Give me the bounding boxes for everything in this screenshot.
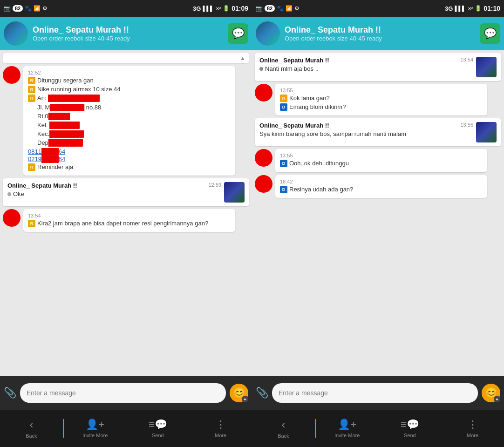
status-bar-right-left-icons: 📷 82 🐾 📶 ⚙ [256,5,300,12]
msg1-time: 12:52 [28,70,41,75]
send-label-left: Send [152,433,164,438]
dot-rmsg1 [259,67,263,71]
more-icon-left: ⋮ [216,419,226,431]
msg3-header: 13:54 [28,213,231,218]
bbm-r-icon-4: R [28,163,35,171]
rmsg2-header: 13:55 [280,88,483,93]
chat-header-right[interactable]: Online_ Sepatu Murah !! Open order reebo… [252,17,504,50]
rmsg1-content: Online_ Sepatu Murah !! 13:54 Nanti mlm … [259,57,473,73]
redacted-avatar-r5 [255,175,272,193]
emoji-btn-right[interactable]: 😊 + [482,384,500,402]
rmsg2-text1: Kok lama gan? [289,94,330,102]
notification-badge-left: 82 [13,5,23,12]
bubble-rmsg2: 13:55 R Kok lama gan? D Emang blom dikir… [275,84,487,115]
status-bar-left: 📷 82 🐾 📶 ⚙ 3G ▌▌▌ ✕² 🔋 01:09 [0,0,252,17]
invite-label-right: Invite More [334,433,360,438]
status-bar-right-right-icons: 3G ▌▌▌ ✕² 🔋 01:10 [445,5,500,12]
attach-icon-left[interactable]: 📎 [4,387,16,399]
invite-icon-left: 👤+ [86,419,104,431]
back-label-left: Back [26,433,37,439]
rmsg3-content: Online_ Sepatu Murah !! 13:55 Sya kirim … [259,122,473,138]
bbm-r-icon-r1: R [280,95,287,102]
msg2-wrapper: Online_ Sepatu Murah !! 12:59 Oke [7,182,245,203]
more-icon-right: ⋮ [468,419,478,431]
rmsg5-text1: Resinya udah ada gan? [289,185,353,194]
signal-bars-right: ▌▌▌ [455,6,465,11]
screenshot-icon: 📷 [4,5,11,12]
signal-bars-left: ▌▌▌ [203,6,213,11]
rmsg3-header: Online_ Sepatu Murah !! 13:55 [259,122,473,129]
send-icon-right: ≡💬 [401,419,419,431]
rmsg4-text1: Ooh..ok deh..ditunggu [289,159,349,168]
msg1-line9: 0811████64 [28,148,231,155]
header-name-right: Online_ Sepatu Murah !! [285,25,475,35]
message-input-right[interactable] [272,383,478,403]
send-label-right: Send [404,433,416,438]
message-rmsg5: 18:42 D Resinya udah ada gan? [255,175,501,198]
redacted-avatar-1 [3,66,20,84]
msg1-phone1: 0811████64 [28,148,65,155]
rmsg5-time: 18:42 [280,179,293,184]
msg1-line2: R Nike running airmax 10 size 44 [28,85,231,94]
bubble-rmsg4: 13:55 D Ooh..ok deh..ditunggu [275,149,487,172]
message-input-left[interactable] [20,383,226,403]
attach-icon-right[interactable]: 📎 [256,387,268,399]
bbm-status-icon-r: 🐾 [277,5,284,12]
rmsg3-time: 13:55 [460,122,473,128]
alarm-icon: ⚙ [42,5,48,12]
invite-icon-right: 👤+ [338,419,356,431]
rmsg2-line1: R Kok lama gan? [280,94,483,102]
header-action-btn-right[interactable]: 💬 [480,23,500,44]
msg1-header: 12:52 [28,70,231,75]
bbm-d-icon-r2: D [280,160,287,167]
rmsg1-header: Online_ Sepatu Murah !! 13:54 [259,57,473,64]
msg1-line4: Jl. M████████ no.88 [37,103,231,112]
nav-invite-left[interactable]: 👤+ Invite More [64,419,127,438]
msg1-text7: Kec.████████ [37,130,84,138]
network-label-right: 3G [445,5,453,12]
header-info-left: Online_ Sepatu Murah !! Open order reebo… [33,25,223,42]
msg3-time: 13:54 [28,213,41,218]
notification-badge-right: 82 [265,5,275,12]
rmsg1-text: Nanti mlm aja bos ,. [259,65,473,73]
nav-send-right[interactable]: ≡💬 Send [379,419,442,438]
rmsg3-sender: Online_ Sepatu Murah !! [259,122,329,129]
msg1-line10: 0219████64 [28,156,231,163]
msg1-line7: Kec.████████ [37,130,231,138]
sim-icon-right: ✕² [468,6,473,11]
nav-invite-right[interactable]: 👤+ Invite More [316,419,379,438]
rmsg2-text2: Emang blom dikirim? [289,103,346,111]
header-subtitle-right: Open order reebok size 40-45 ready [285,35,475,42]
top-indicator-left: ▲ [3,53,249,63]
redacted-avatar-r2 [255,84,272,102]
nav-back-left[interactable]: ‹ Back [0,418,63,439]
chat-header-left[interactable]: Online_ Sepatu Murah !! Open order reebo… [0,17,252,50]
rmsg1-thumb-img [476,57,497,77]
chat-area-right: Online_ Sepatu Murah !! 13:54 Nanti mlm … [252,50,504,376]
rmsg4-time: 13:55 [280,153,293,158]
bbm-d-icon-r3: D [280,186,287,193]
signal-icon: 📶 [34,5,41,12]
msg1-line11: R Reminder aja [28,163,231,171]
msg2-thumb-img [224,182,245,203]
bubble-rmsg5: 18:42 D Resinya udah ada gan? [275,175,487,198]
msg1-text2: Nike running airmax 10 size 44 [37,85,120,94]
header-avatar-right [256,21,280,46]
nav-more-right[interactable]: ⋮ More [441,419,504,438]
emoji-btn-left[interactable]: 😊 + [230,384,248,402]
message-rmsg2: 13:55 R Kok lama gan? D Emang blom dikir… [255,84,501,115]
message-1-left: 12:52 R Ditunggu segera gan R Nike runni… [3,66,249,176]
bottom-nav-left: ‹ Back 👤+ Invite More ≡💬 Send ⋮ More [0,410,252,447]
nav-back-right[interactable]: ‹ Back [252,418,315,439]
signal-icon-r: 📶 [286,5,293,12]
msg1-line8: Dep████████ [37,139,231,147]
avatar-image-right [256,21,280,46]
sim-icon-left: ✕² [216,6,221,11]
alarm-icon-r: ⚙ [294,5,300,12]
msg1-line3: R An: ████████████ [28,94,231,102]
rmsg3-thumb-img [476,122,497,142]
nav-send-left[interactable]: ≡💬 Send [127,419,190,438]
nav-more-left[interactable]: ⋮ More [189,419,252,438]
header-action-btn-left[interactable]: 💬 [228,23,248,44]
send-icon-left: ≡💬 [149,419,167,431]
